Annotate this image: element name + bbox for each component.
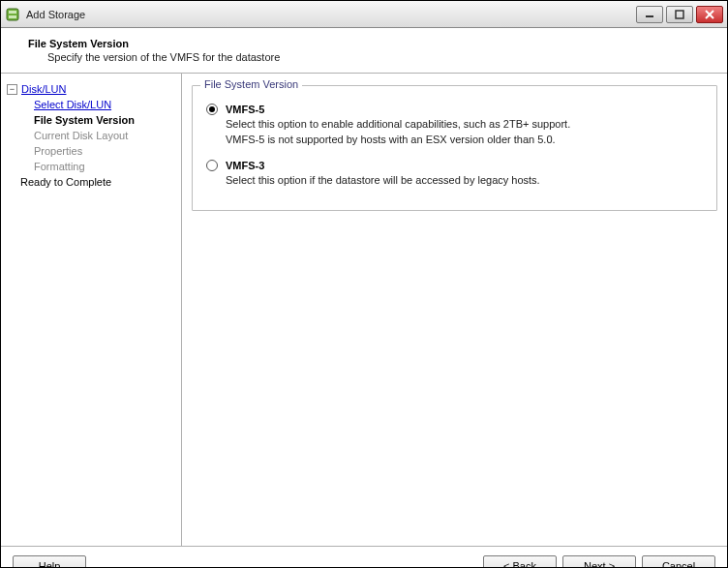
nav-disabled-properties: Properties: [34, 143, 175, 159]
cancel-button[interactable]: Cancel: [642, 555, 715, 569]
nav-link-select-disk[interactable]: Select Disk/LUN: [34, 99, 111, 110]
svg-rect-2: [9, 15, 16, 18]
nav-current-filesystem: File System Version: [34, 112, 175, 128]
svg-rect-4: [676, 11, 683, 18]
radio-option-vmfs5: VMFS-5 Select this option to enable addi…: [206, 104, 703, 146]
app-icon: [5, 7, 20, 22]
minimize-button[interactable]: [636, 6, 663, 23]
wizard-content: File System Version VMFS-5 Select this o…: [182, 74, 727, 546]
nav-disabled-layout: Current Disk Layout: [34, 128, 175, 143]
maximize-button[interactable]: [666, 6, 693, 23]
fieldset-legend: File System Version: [200, 78, 302, 90]
tree-collapse-icon[interactable]: −: [7, 84, 17, 95]
nav-disabled-formatting: Formatting: [34, 159, 175, 174]
radio-vmfs5[interactable]: [206, 104, 218, 115]
nav-disabled-ready: Ready to Complete: [7, 174, 175, 190]
radio-vmfs3[interactable]: [206, 160, 218, 171]
back-button[interactable]: < Back: [483, 555, 557, 569]
radio-label-vmfs3[interactable]: VMFS-3: [226, 160, 264, 171]
radio-desc-vmfs5-1: Select this option to enable additional …: [226, 117, 703, 131]
nav-root: − Disk/LUN: [7, 81, 175, 97]
svg-rect-1: [9, 11, 16, 14]
nav-link-disk-lun[interactable]: Disk/LUN: [21, 81, 66, 97]
filesystem-fieldset: File System Version VMFS-5 Select this o…: [192, 85, 717, 211]
wizard-body: − Disk/LUN Select Disk/LUN File System V…: [1, 74, 727, 546]
radio-label-vmfs5[interactable]: VMFS-5: [226, 104, 264, 115]
radio-desc-vmfs5-2: VMFS-5 is not supported by hosts with an…: [226, 133, 703, 146]
window-controls: [636, 6, 723, 23]
window-title: Add Storage: [26, 9, 636, 20]
next-button[interactable]: Next >: [562, 555, 636, 569]
titlebar: Add Storage: [1, 1, 727, 28]
wizard-header: File System Version Specify the version …: [1, 28, 727, 74]
wizard-footer: Help < Back Next > Cancel: [1, 546, 727, 568]
svg-rect-0: [7, 9, 18, 20]
page-subtitle: Specify the version of the VMFS for the …: [47, 51, 715, 63]
close-button[interactable]: [696, 6, 723, 23]
help-button[interactable]: Help: [13, 555, 86, 569]
wizard-nav: − Disk/LUN Select Disk/LUN File System V…: [1, 74, 182, 546]
page-title: File System Version: [28, 38, 715, 49]
radio-option-vmfs3: VMFS-3 Select this option if the datasto…: [206, 160, 703, 187]
radio-desc-vmfs3: Select this option if the datastore will…: [226, 173, 703, 187]
